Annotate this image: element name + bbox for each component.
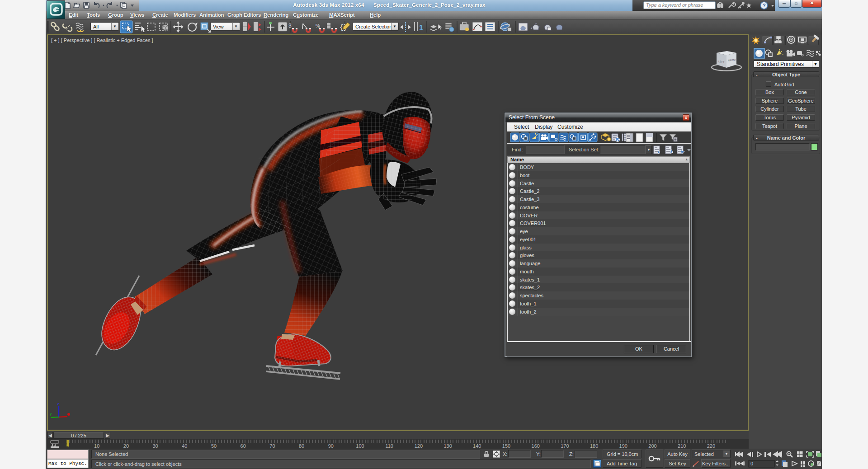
svg-text:3: 3: [288, 23, 292, 29]
svg-text:z: z: [57, 402, 59, 406]
svg-text:y: y: [49, 412, 52, 416]
svg-text:%: %: [316, 23, 320, 28]
svg-text:?: ?: [763, 3, 766, 8]
svg-text:1: 1: [419, 24, 423, 32]
svg-text:0: 0: [750, 461, 753, 466]
